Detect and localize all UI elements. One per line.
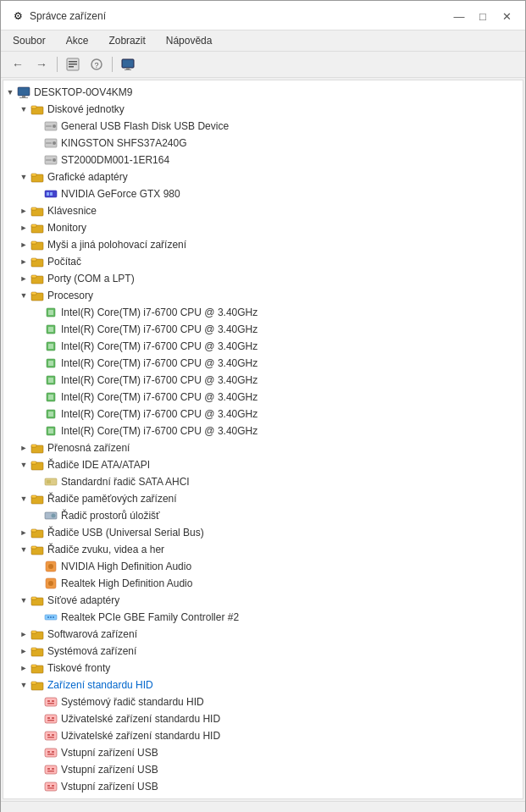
item-label: Systémová zařízení bbox=[47, 644, 136, 659]
tree-item-cpu7[interactable]: ►Intel(R) Core(TM) i7-6700 CPU @ 3.40GHz bbox=[3, 406, 523, 423]
close-button[interactable]: ✕ bbox=[498, 8, 515, 25]
tree-item-hid5[interactable]: ►Vstupní zařízení USB bbox=[3, 761, 523, 778]
expand-toggle[interactable]: ► bbox=[17, 627, 30, 641]
expand-toggle[interactable]: ► bbox=[17, 661, 30, 675]
item-label: Intel(R) Core(TM) i7-6700 CPU @ 3.40GHz bbox=[61, 423, 257, 439]
tree-item-st2000[interactable]: ►ST2000DM001-1ER164 bbox=[3, 152, 523, 168]
gpu-icon bbox=[44, 187, 58, 201]
tree-item-cpu3[interactable]: ►Intel(R) Core(TM) i7-6700 CPU @ 3.40GHz bbox=[3, 338, 523, 355]
folder-icon bbox=[30, 441, 44, 455]
expand-toggle[interactable]: ▼ bbox=[3, 86, 17, 99]
expand-toggle[interactable]: ▼ bbox=[17, 458, 30, 472]
expand-toggle[interactable]: ▼ bbox=[17, 543, 30, 556]
svg-rect-69 bbox=[31, 546, 36, 549]
expand-toggle[interactable]: ► bbox=[17, 644, 30, 658]
tree-item-nvidia-gpu[interactable]: ►NVIDIA GeForce GTX 980 bbox=[3, 185, 523, 202]
tree-item-monitors[interactable]: ►Monitory bbox=[3, 219, 523, 236]
expand-toggle[interactable]: ► bbox=[17, 441, 30, 455]
item-label: Vstupní zařízení USB bbox=[61, 779, 158, 794]
forward-button[interactable]: → bbox=[31, 55, 52, 74]
update-button[interactable]: ? bbox=[86, 55, 107, 74]
tree-item-portable[interactable]: ►Přenosná zařízení bbox=[3, 439, 523, 456]
tree-item-mice[interactable]: ►Myši a jiná polohovací zařízení bbox=[3, 236, 523, 253]
menu-view[interactable]: Zobrazit bbox=[103, 33, 150, 48]
expand-toggle[interactable]: ► bbox=[17, 255, 30, 268]
tree-item-cpu1[interactable]: ►Intel(R) Core(TM) i7-6700 CPU @ 3.40GHz bbox=[3, 304, 523, 321]
tree-item-storage-ctrl[interactable]: ▼Řadiče paměťových zařízení bbox=[3, 490, 523, 507]
svg-point-18 bbox=[53, 141, 56, 145]
tree-item-nvidia-audio[interactable]: ►NVIDIA High Definition Audio bbox=[3, 558, 523, 575]
tree-item-hid2[interactable]: ►Uživatelské zařízení standardu HID bbox=[3, 710, 523, 727]
svg-rect-110 bbox=[52, 785, 54, 787]
expand-toggle[interactable]: ▼ bbox=[17, 594, 30, 607]
expand-toggle[interactable]: ► bbox=[17, 204, 30, 218]
tree-item-disk[interactable]: ▼Diskové jednotky bbox=[3, 101, 523, 118]
tree-item-keyboard[interactable]: ►Klávesnice bbox=[3, 202, 523, 219]
tree-item-network-cat[interactable]: ▼Síťové adaptéry bbox=[3, 592, 523, 609]
back-button[interactable]: ← bbox=[8, 55, 28, 74]
tree-item-cpu6[interactable]: ►Intel(R) Core(TM) i7-6700 CPU @ 3.40GHz bbox=[3, 389, 523, 406]
svg-rect-49 bbox=[48, 378, 53, 383]
expand-toggle[interactable]: ▼ bbox=[17, 289, 30, 302]
svg-rect-57 bbox=[31, 445, 36, 447]
item-label: General USB Flash Disk USB Device bbox=[61, 119, 229, 134]
tree-item-storage-dev[interactable]: ►Řadič prostorů úložišť bbox=[3, 507, 523, 524]
monitor-icon bbox=[121, 58, 135, 71]
svg-rect-16 bbox=[46, 125, 52, 127]
menu-help[interactable]: Nápověda bbox=[161, 33, 218, 48]
menu-file[interactable]: Soubor bbox=[8, 33, 51, 48]
svg-rect-79 bbox=[53, 616, 54, 618]
tree-item-cpu5[interactable]: ►Intel(R) Core(TM) i7-6700 CPU @ 3.40GHz bbox=[3, 372, 523, 389]
menu-action[interactable]: Akce bbox=[61, 33, 94, 48]
tree-item-desktop[interactable]: ▼DESKTOP-0OV4KM9 bbox=[3, 84, 523, 101]
tree-item-cpu2[interactable]: ►Intel(R) Core(TM) i7-6700 CPU @ 3.40GHz bbox=[3, 321, 523, 338]
properties-icon bbox=[66, 58, 80, 71]
tree-item-system-dev[interactable]: ►Systémová zařízení bbox=[3, 643, 523, 660]
tree-item-realtek-net[interactable]: ►Realtek PCIe GBE Family Controller #2 bbox=[3, 609, 523, 626]
minimize-button[interactable]: — bbox=[451, 8, 468, 25]
expand-toggle[interactable]: ► bbox=[17, 526, 30, 539]
toolbar-separator-2 bbox=[112, 57, 113, 72]
item-label: Softwarová zařízení bbox=[47, 627, 137, 642]
tree-item-hid1[interactable]: ►Systémový řadič standardu HID bbox=[3, 693, 523, 710]
tree-item-printers[interactable]: ►Tiskové fronty bbox=[3, 660, 523, 677]
svg-rect-10 bbox=[22, 96, 25, 97]
expand-toggle[interactable]: ▼ bbox=[17, 102, 30, 116]
tree-item-cpu4[interactable]: ►Intel(R) Core(TM) i7-6700 CPU @ 3.40GHz bbox=[3, 355, 523, 372]
tree-item-usb-flash[interactable]: ►General USB Flash Disk USB Device bbox=[3, 118, 523, 135]
cpu-icon bbox=[44, 424, 58, 438]
tree-item-sata[interactable]: ►Standardní řadič SATA AHCI bbox=[3, 473, 523, 490]
title-controls: — □ ✕ bbox=[451, 8, 515, 25]
tree-item-audio-cat[interactable]: ▼Řadiče zvuku, videa a her bbox=[3, 541, 523, 558]
tree-item-ports[interactable]: ►Porty (COM a LPT) bbox=[3, 270, 523, 287]
monitor-button[interactable] bbox=[118, 55, 138, 74]
expand-toggle[interactable]: ▼ bbox=[17, 492, 30, 505]
item-label: Řadiče USB (Universal Serial Bus) bbox=[47, 525, 204, 540]
tree-item-ide[interactable]: ▼Řadiče IDE ATA/ATAPI bbox=[3, 456, 523, 473]
tree-item-kingston[interactable]: ►KINGSTON SHFS37A240G bbox=[3, 135, 523, 152]
svg-rect-31 bbox=[31, 224, 36, 227]
cpu-icon bbox=[44, 340, 58, 353]
tree-item-software-dev[interactable]: ►Softwarová zařízení bbox=[3, 626, 523, 643]
tree-item-cpu8[interactable]: ►Intel(R) Core(TM) i7-6700 CPU @ 3.40GHz bbox=[3, 423, 523, 439]
device-tree[interactable]: ▼DESKTOP-0OV4KM9▼Diskové jednotky►Genera… bbox=[3, 80, 523, 799]
svg-rect-101 bbox=[47, 751, 50, 753]
tree-item-usb-ctrl[interactable]: ►Řadiče USB (Universal Serial Bus) bbox=[3, 524, 523, 541]
expand-toggle[interactable]: ► bbox=[17, 272, 30, 285]
tree-item-cpu-cat[interactable]: ▼Procesory bbox=[3, 287, 523, 304]
maximize-button[interactable]: □ bbox=[474, 8, 491, 25]
tree-item-hid-cat[interactable]: ▼Zařízení standardu HID bbox=[3, 677, 523, 693]
expand-toggle[interactable]: ► bbox=[17, 238, 30, 251]
tree-item-gpu-cat[interactable]: ▼Grafické adaptéry bbox=[3, 168, 523, 185]
tree-item-computer[interactable]: ►Počítač bbox=[3, 253, 523, 270]
properties-button[interactable] bbox=[63, 55, 83, 74]
tree-item-hid6[interactable]: ►Vstupní zařízení USB bbox=[3, 778, 523, 795]
tree-item-hid4[interactable]: ►Vstupní zařízení USB bbox=[3, 744, 523, 761]
tree-item-hid3[interactable]: ►Uživatelské zařízení standardu HID bbox=[3, 727, 523, 744]
expand-toggle[interactable]: ► bbox=[17, 221, 30, 235]
expand-toggle[interactable]: ▼ bbox=[17, 170, 30, 184]
expand-toggle[interactable]: ▼ bbox=[17, 678, 30, 692]
tree-item-realtek-audio[interactable]: ►Realtek High Definition Audio bbox=[3, 575, 523, 592]
cpu-icon bbox=[44, 390, 58, 404]
folder-icon bbox=[30, 238, 44, 251]
